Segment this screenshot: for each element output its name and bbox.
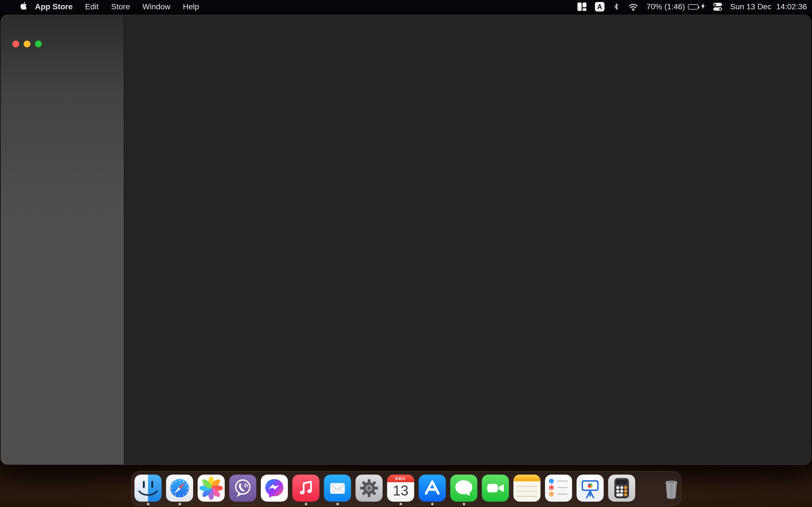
apple-icon xyxy=(18,1,27,13)
zoom-button[interactable] xyxy=(35,41,42,47)
running-indicator xyxy=(463,503,465,505)
running-indicator xyxy=(147,503,149,505)
input-source-icon[interactable]: A xyxy=(591,0,609,13)
dock-icon-messenger[interactable] xyxy=(261,474,288,505)
time-label: 14:02:36 xyxy=(776,2,807,11)
menu-edit[interactable]: Edit xyxy=(79,0,105,13)
bluetooth-icon[interactable] xyxy=(609,0,624,13)
running-indicator xyxy=(336,503,339,505)
battery-text: 70% (1:46) xyxy=(647,2,685,11)
dock-icon-mail[interactable] xyxy=(324,474,351,505)
date-label: Sun 13 Dec xyxy=(730,2,771,11)
battery-icon xyxy=(688,4,698,10)
dock-icon-music[interactable] xyxy=(292,474,319,505)
control-center-icon[interactable] xyxy=(709,0,726,13)
wifi-icon[interactable] xyxy=(624,0,643,13)
running-indicator xyxy=(305,503,307,505)
dock-icon-system-preferences[interactable] xyxy=(356,474,383,505)
close-button[interactable] xyxy=(12,41,19,47)
dock-icon-notes[interactable] xyxy=(513,474,541,505)
dock-icon-trash[interactable] xyxy=(658,474,685,505)
apple-menu[interactable] xyxy=(12,0,25,13)
dock-icon-photos[interactable] xyxy=(198,474,225,505)
dock-icon-messages[interactable] xyxy=(450,474,477,505)
window-sidebar xyxy=(1,15,124,464)
running-indicator xyxy=(400,503,402,505)
menu-store[interactable]: Store xyxy=(105,0,136,13)
running-indicator xyxy=(179,503,181,505)
dock-icon-safari[interactable] xyxy=(166,474,193,505)
menu-window[interactable]: Window xyxy=(136,0,177,13)
notes-header xyxy=(513,474,541,482)
dock-icon-viber[interactable] xyxy=(229,474,256,505)
calendar-day: 13 xyxy=(387,483,414,499)
input-source-letter: A xyxy=(595,2,605,11)
dock-icon-calculator[interactable] xyxy=(608,474,635,505)
dock-icon-facetime[interactable] xyxy=(482,474,509,505)
menu-app-name[interactable]: App Store xyxy=(29,0,79,13)
calendar-month: DEC xyxy=(387,474,414,482)
dock: DEC 13 xyxy=(132,471,681,506)
dock-icon-app-store[interactable] xyxy=(419,474,446,505)
dock-icon-finder[interactable] xyxy=(135,474,161,505)
running-indicator xyxy=(431,503,434,505)
window-tiling-icon[interactable] xyxy=(573,0,591,13)
menu-bar: App Store Edit Store Window Help A 70% ( xyxy=(0,0,812,13)
dock-icon-calendar[interactable]: DEC 13 xyxy=(387,474,414,505)
dock-icon-reminders[interactable] xyxy=(545,474,572,505)
app-store-window xyxy=(1,15,811,465)
window-content xyxy=(125,15,811,464)
battery-status[interactable]: 70% (1:46) xyxy=(643,2,709,11)
menu-bar-status: A 70% (1:46) xyxy=(573,0,812,13)
menu-bar-clock[interactable]: Sun 13 Dec 14:02:36 xyxy=(726,2,807,11)
dock-icon-keynote[interactable] xyxy=(576,474,604,505)
menu-help[interactable]: Help xyxy=(177,0,206,13)
minimize-button[interactable] xyxy=(24,41,31,47)
traffic-lights xyxy=(12,41,42,47)
battery-bolt-icon xyxy=(701,2,705,11)
menu-bar-left: App Store Edit Store Window Help xyxy=(0,0,205,13)
